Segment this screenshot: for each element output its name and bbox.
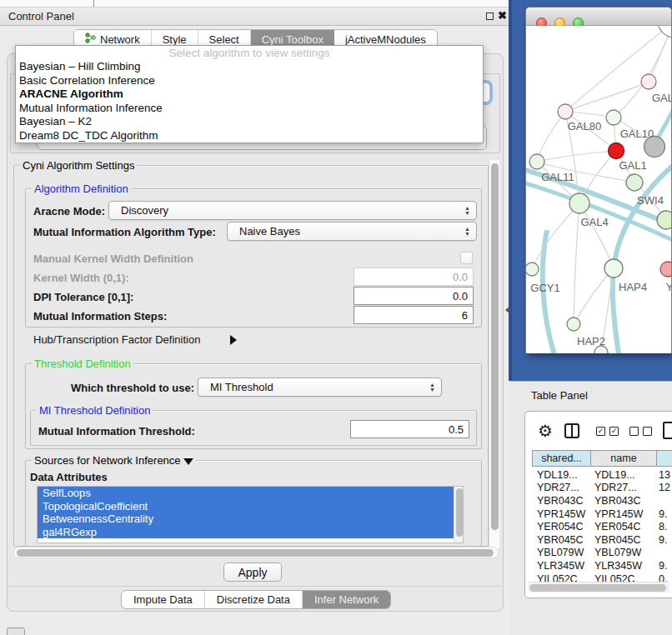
close-icon[interactable]: ✖ (498, 9, 507, 22)
tab-impute-data[interactable]: Impute Data (122, 591, 205, 608)
table-row[interactable]: YBR045CYBR045C9. (532, 533, 672, 547)
table-panel-title: Table Panel (531, 389, 588, 402)
table-row[interactable]: YPR145WYPR145W9. (532, 508, 672, 521)
table-row[interactable]: YBR043CYBR043C (532, 494, 672, 508)
network-view-window: GAL GAL80 GAL10 GAL1 GAL11 GAL4 SWI4 GCY… (525, 7, 672, 353)
checked-checkbox-icon[interactable]: ✓ (609, 427, 619, 436)
cyni-bottom-tabs: Impute Data Discretize Data Infer Networ… (121, 590, 391, 609)
mi-algorithm-type-select[interactable]: Naive Bayes ▲▼ (227, 222, 477, 241)
dpi-tolerance-field[interactable]: 0.0 (354, 287, 474, 305)
node-gal80[interactable] (558, 104, 573, 119)
mi-threshold-label: Mutual Information Threshold: (38, 425, 195, 438)
table-row[interactable]: YLR345WYLR345W9. (532, 559, 672, 572)
mi-threshold-field[interactable]: 0.5 (350, 420, 469, 438)
node-label: GAL11 (541, 171, 574, 183)
checked-checkbox-icon[interactable]: ✓ (596, 427, 605, 436)
table-row[interactable]: YER054CYER054C8. (532, 520, 672, 533)
list-item[interactable]: TopologicalCoefficient (38, 500, 455, 513)
node-top-partial[interactable] (658, 26, 671, 38)
columns-icon[interactable] (564, 423, 579, 438)
mi-steps-field[interactable]: 6 (354, 306, 474, 324)
settings-vertical-scrollbar[interactable] (489, 160, 499, 548)
network-canvas[interactable]: GAL GAL80 GAL10 GAL1 GAL11 GAL4 SWI4 GCY… (526, 26, 671, 353)
table-row[interactable]: YDL19...YDL19...13 (532, 468, 672, 482)
mi-algorithm-type-label: Mutual Information Algorithm Type: (33, 226, 216, 238)
dropdown-item[interactable]: Basic Correlation Inference (16, 74, 483, 88)
document-icon[interactable] (663, 422, 672, 439)
table-header: shared... name (532, 450, 672, 467)
node-gal4[interactable] (569, 193, 589, 213)
network-window-titlebar[interactable] (526, 8, 671, 26)
table-horizontal-scrollbar[interactable] (528, 582, 669, 592)
node-gal10[interactable] (606, 110, 621, 125)
screen: Control Panel ✖ Network Style Select Cyn… (0, 0, 672, 635)
unchecked-checkbox-icon[interactable] (629, 427, 639, 436)
control-panel-title: Control Panel (8, 10, 74, 22)
column-header-partial[interactable] (657, 451, 672, 466)
node-gcy1[interactable] (526, 262, 539, 276)
node-gal1[interactable] (609, 143, 624, 159)
table-row[interactable]: YIL052CYIL052C0. (532, 572, 672, 582)
node-label: Y (666, 281, 671, 293)
table-row[interactable]: YDR27...YDR27...12 (532, 482, 672, 495)
data-attributes-list[interactable]: SelfLoops TopologicalCoefficient Between… (37, 486, 464, 543)
dropdown-item[interactable]: Bayesian – Hill Climbing (16, 60, 483, 74)
dropdown-item[interactable]: Dream8 DC_TDC Algorithm (16, 129, 483, 143)
sources-title: Sources for Network Inference (32, 454, 196, 467)
list-item[interactable]: SelfLoops (38, 487, 455, 500)
divider (8, 586, 502, 587)
dropdown-item[interactable]: ARACNE Algorithm (16, 88, 483, 102)
kernel-width-label: Kernel Width (0,1): (33, 272, 129, 284)
node-gal-pink[interactable] (641, 74, 656, 89)
manual-kernel-width-checkbox[interactable] (460, 252, 473, 264)
node-label: GCY1 (530, 282, 559, 294)
cyni-algorithm-settings-title: Cyni Algorithm Settings (20, 159, 137, 172)
dpi-tolerance-label: DPI Tolerance [0,1]: (33, 291, 133, 303)
expand-right-icon[interactable] (230, 333, 237, 348)
tab-infer-network[interactable]: Infer Network (303, 591, 390, 608)
stepper-arrows-icon: ▲▼ (464, 206, 470, 216)
gear-icon[interactable]: ⚙ (538, 421, 553, 441)
mi-steps-label: Mutual Information Steps: (33, 310, 167, 322)
node-label: GAL4 (580, 216, 608, 228)
node-hap4[interactable] (604, 259, 623, 278)
stepper-arrows-icon: ▲▼ (464, 227, 470, 237)
collapse-down-icon[interactable] (183, 458, 193, 465)
table-row[interactable]: YBL079WYBL079W (532, 547, 672, 560)
float-window-icon[interactable] (486, 12, 494, 20)
settings-horizontal-scrollbar[interactable] (13, 547, 499, 558)
dropdown-placeholder: Select algorithm to view settings (16, 47, 483, 60)
list-scrollbar[interactable] (454, 487, 463, 542)
node-label: HAP2 (577, 335, 605, 348)
splitpane-collapse-icon[interactable] (505, 307, 509, 313)
which-threshold-select[interactable]: MI Threshold ▲▼ (198, 378, 442, 397)
data-attributes-label: Data Attributes (30, 471, 108, 483)
dropdown-item[interactable]: Mutual Information Inference (16, 102, 483, 116)
table-rows: YDL19...YDL19...13 YDR27...YDR27...12 YB… (532, 468, 672, 582)
corner-grip[interactable] (7, 628, 25, 635)
node-mid-green[interactable] (626, 174, 643, 191)
apply-button[interactable]: Apply (223, 562, 282, 582)
node-label: GAL80 (568, 120, 601, 132)
aracne-mode-select[interactable]: Discovery ▲▼ (108, 201, 477, 220)
hub-definition-label: Hub/Transcription Factor Definition (33, 333, 200, 346)
kernel-width-field[interactable]: 0.0 (354, 268, 474, 286)
column-header-shared[interactable]: shared... (533, 451, 591, 466)
node-label: GAL10 (620, 128, 654, 140)
column-header-name[interactable]: name (591, 451, 657, 466)
list-item[interactable]: gal4RGexp (38, 526, 455, 539)
list-item[interactable]: BetweennessCentrality (38, 512, 455, 526)
tab-discretize-data[interactable]: Discretize Data (205, 591, 303, 608)
node-swi4[interactable] (657, 211, 671, 229)
unchecked-checkbox-icon[interactable] (643, 427, 652, 436)
node-label: GAL (652, 92, 671, 104)
dropdown-item[interactable]: Bayesian – K2 (16, 115, 483, 129)
aracne-mode-label: Aracne Mode: (33, 205, 105, 218)
top-strip (0, 0, 510, 8)
node-salmon[interactable] (660, 262, 671, 277)
node-gal11[interactable] (529, 154, 544, 169)
algorithm-definition-title: Algorithm Definition (32, 182, 131, 195)
node-hap2[interactable] (567, 318, 580, 331)
node-label: SWI4 (637, 194, 664, 207)
algorithm-dropdown-list: Select algorithm to view settings Bayesi… (15, 45, 484, 143)
